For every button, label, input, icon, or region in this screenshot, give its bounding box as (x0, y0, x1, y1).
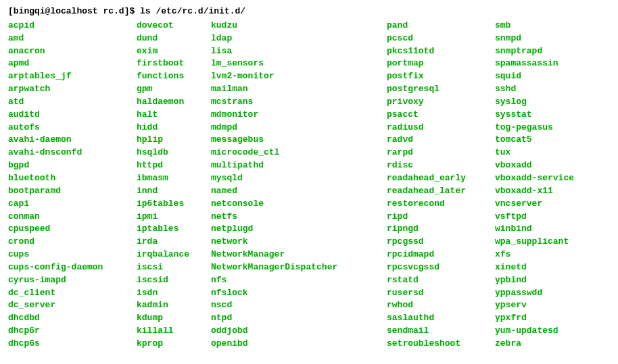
listing-column-4: pandpcscdpkcs11otdportmappostfixpostgres… (387, 20, 495, 350)
file-entry: atd (8, 96, 137, 109)
file-entry: irda (137, 236, 211, 249)
file-entry: postfix (387, 70, 495, 83)
file-entry: smb (495, 20, 574, 32)
file-entry: saslauthd (387, 312, 495, 325)
file-entry: ripngd (387, 223, 495, 236)
file-entry: bootparamd (8, 185, 137, 198)
file-entry: bluetooth (8, 172, 137, 185)
file-entry: sendmail (387, 325, 495, 338)
listing-column-2: dovecotdundeximfirstbootfunctionsgpmhald… (137, 20, 211, 350)
file-entry: readahead_later (387, 185, 495, 198)
file-entry: crond (8, 236, 137, 249)
file-entry: hsqldb (137, 147, 211, 159)
file-entry: nfs (211, 274, 387, 287)
file-entry: nfslock (211, 287, 387, 300)
file-entry: rpcidmapd (387, 249, 495, 261)
file-entry: wpa_supplicant (495, 236, 574, 249)
file-entry: hidd (137, 122, 211, 134)
file-entry: rpcgssd (387, 236, 495, 249)
file-entry: postgresql (387, 83, 495, 96)
file-entry: snmpd (495, 32, 574, 45)
listing-column-3: kudzuldaplisalm_sensorslvm2-monitormailm… (211, 20, 387, 350)
file-entry: kudzu (211, 20, 387, 32)
file-entry: dc_server (8, 299, 137, 312)
file-entry: arptables_jf (8, 70, 137, 83)
file-entry: iscsid (137, 274, 211, 287)
file-entry: firstboot (137, 57, 211, 70)
file-entry: mcstrans (211, 96, 387, 109)
file-entry: kdump (137, 312, 211, 325)
file-entry: oddjobd (211, 325, 387, 338)
file-entry: yum-updatesd (495, 325, 574, 338)
file-entry: psacct (387, 109, 495, 122)
file-entry: ypbind (495, 274, 574, 287)
file-entry: httpd (137, 159, 211, 172)
file-entry: multipathd (211, 159, 387, 172)
file-entry: NetworkManager (211, 249, 387, 261)
file-entry: rpcsvcgssd (387, 261, 495, 274)
file-entry: rarpd (387, 147, 495, 159)
file-entry: innd (137, 185, 211, 198)
file-entry: lm_sensors (211, 57, 387, 70)
file-entry: cups (8, 249, 137, 261)
file-entry: cpuspeed (8, 223, 137, 236)
file-entry: dhcp6s (8, 338, 137, 350)
file-entry: network (211, 236, 387, 249)
shell-prompt: [bingqi@localhost rc.d]$ ls /etc/rc.d/in… (8, 5, 610, 18)
file-entry: portmap (387, 57, 495, 70)
file-entry: pcscd (387, 32, 495, 45)
file-entry: capi (8, 198, 137, 211)
file-entry: syslog (495, 96, 574, 109)
file-entry: dund (137, 32, 211, 45)
file-entry: squid (495, 70, 574, 83)
file-entry: ipmi (137, 211, 211, 224)
file-entry: radiusd (387, 122, 495, 134)
file-entry: halt (137, 109, 211, 122)
listing-column-5: smbsnmpdsnmptrapdspamassassinsquidsshdsy… (495, 20, 574, 350)
file-entry: killall (137, 325, 211, 338)
file-entry: NetworkManagerDispatcher (211, 261, 387, 274)
file-entry: gpm (137, 83, 211, 96)
file-entry: sysstat (495, 109, 574, 122)
file-entry: pand (387, 20, 495, 32)
directory-listing: acpidamdanacronapmdarptables_jfarpwatcha… (8, 20, 610, 350)
file-entry: winbind (495, 223, 574, 236)
file-entry: bgpd (8, 159, 137, 172)
file-entry: kadmin (137, 299, 211, 312)
file-entry: rdisc (387, 159, 495, 172)
file-entry: acpid (8, 20, 137, 32)
file-entry: netfs (211, 211, 387, 224)
file-entry: tomcat5 (495, 134, 574, 147)
file-entry: avahi-dnsconfd (8, 147, 137, 159)
file-entry: cyrus-imapd (8, 274, 137, 287)
file-entry: yppasswdd (495, 287, 574, 300)
file-entry: readahead_early (387, 172, 495, 185)
file-entry: tux (495, 147, 574, 159)
file-entry: zebra (495, 338, 574, 350)
file-entry: hplip (137, 134, 211, 147)
file-entry: mdmpd (211, 122, 387, 134)
file-entry: exim (137, 45, 211, 58)
file-entry: microcode_ctl (211, 147, 387, 159)
file-entry: mysqld (211, 172, 387, 185)
file-entry: tog-pegasus (495, 122, 574, 134)
file-entry: dhcp6r (8, 325, 137, 338)
file-entry: kprop (137, 338, 211, 350)
file-entry: ldap (211, 32, 387, 45)
file-entry: netplugd (211, 223, 387, 236)
file-entry: isdn (137, 287, 211, 300)
file-entry: lvm2-monitor (211, 70, 387, 83)
file-entry: rwhod (387, 299, 495, 312)
file-entry: xfs (495, 249, 574, 261)
file-entry: irqbalance (137, 249, 211, 261)
file-entry: sshd (495, 83, 574, 96)
file-entry: mdmonitor (211, 109, 387, 122)
file-entry: iscsi (137, 261, 211, 274)
file-entry: radvd (387, 134, 495, 147)
file-entry: vncserver (495, 198, 574, 211)
file-entry: ypxfrd (495, 312, 574, 325)
file-entry: ypserv (495, 299, 574, 312)
file-entry: mailman (211, 83, 387, 96)
file-entry: vboxadd (495, 159, 574, 172)
file-entry: dovecot (137, 20, 211, 32)
